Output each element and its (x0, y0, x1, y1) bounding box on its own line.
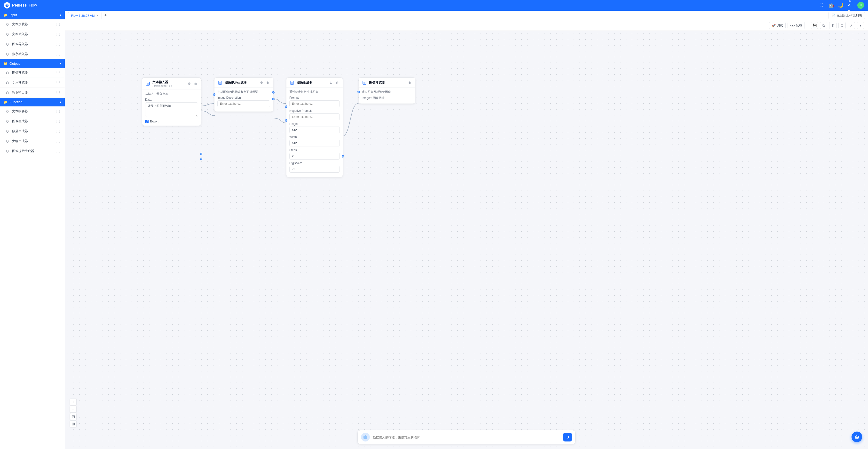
sidebar-section-output[interactable]: 📁 Output ▾ (0, 59, 65, 68)
node-delete-icon[interactable]: 🗑 (265, 80, 270, 85)
node-cube-icon (145, 81, 151, 86)
input-chevron-icon: ▾ (60, 13, 61, 17)
node-export-checkbox[interactable] (145, 120, 149, 123)
sidebar-item-text-viewer[interactable]: ⬡ 文本预览器 ⋮⋮ (0, 78, 65, 88)
node-actions: ⚙ 🗑 (329, 80, 340, 85)
chat-input-area (358, 430, 576, 444)
steps-input[interactable] (289, 153, 340, 159)
item-label: 数据输出器 (12, 90, 28, 95)
chat-icon[interactable]: 🤖 (828, 2, 834, 8)
zoom-in-button[interactable]: + (70, 398, 76, 406)
svg-rect-7 (291, 82, 293, 84)
prompt-input[interactable] (289, 100, 340, 107)
translate-icon[interactable]: 文A ▾ (848, 2, 854, 8)
sidebar-section-input[interactable]: 📁 Input ▾ (0, 11, 65, 20)
sidebar-item-image-gen[interactable]: ⬡ 图像生成器 ⋮⋮ (0, 116, 65, 126)
moon-icon[interactable]: 🌙 (838, 2, 844, 8)
node-delete-icon[interactable]: 🗑 (193, 81, 198, 86)
drag-icon: ⋮⋮ (55, 139, 61, 143)
drag-icon: ⋮⋮ (55, 91, 61, 94)
publish-button[interactable]: </> 发布 (787, 22, 805, 29)
sidebar-item-text-input[interactable]: ⬡ 文本输入器 ⋮⋮ (0, 29, 65, 39)
sidebar-item-number-input[interactable]: ⬡ 数字输入器 ⋮⋮ (0, 49, 65, 59)
debug-button[interactable]: 🚀 调试 (769, 22, 785, 29)
node-settings-icon[interactable]: ⚙ (329, 80, 334, 85)
drag-icon: ⋮⋮ (55, 81, 61, 85)
sidebar-item-outline-gen[interactable]: ⬡ 大纲生成器 ⋮⋮ (0, 136, 65, 146)
item-label: 文本摘要器 (12, 109, 28, 114)
width-label: Width: (289, 135, 340, 139)
svg-rect-11 (365, 437, 365, 437)
node-desc: 通过稳定扩散生成图像 (289, 90, 340, 94)
input-port (213, 93, 215, 96)
node-settings-icon[interactable]: ⚙ (187, 81, 192, 86)
share-icon-button[interactable]: ↗ (848, 22, 855, 29)
item-label: 大纲生成器 (12, 139, 28, 143)
node-actions: ⚙ 🗑 (187, 81, 198, 86)
drag-icon: ⋮⋮ (55, 71, 61, 75)
width-input[interactable] (289, 140, 340, 146)
toolbar: 🚀 调试 </> 发布 💾 ⧉ 🗑 ⏱ ↗ ▾ (65, 20, 868, 31)
input-port-1 (285, 106, 287, 108)
cube-icon: ⬡ (5, 139, 10, 144)
tab-close-icon[interactable]: ✕ (96, 14, 99, 17)
cfgscale-input[interactable] (289, 166, 340, 173)
node-image-desc-input[interactable] (217, 100, 270, 107)
node-field-label: Data: (145, 98, 198, 101)
sidebar-item-data-output[interactable]: ⬡ 数据输出器 ⋮⋮ (0, 88, 65, 98)
save-icon-button[interactable]: 💾 (811, 22, 818, 29)
svg-rect-5 (219, 82, 221, 84)
prompt-label: Prompt: (289, 96, 340, 99)
node-cube-icon (217, 80, 223, 85)
sidebar-item-image-viewer[interactable]: ⬡ 图像预览器 ⋮⋮ (0, 68, 65, 78)
tab-label: Flow-6:38:27 AM (71, 14, 95, 18)
svg-rect-9 (364, 82, 365, 84)
node-delete-icon[interactable]: 🗑 (335, 80, 340, 85)
output-section-label: Output (9, 62, 20, 65)
item-label: 图像提示生成器 (12, 149, 34, 153)
node-image-prompt-gen: 图像提示生成器 ⚙ 🗑 生成图像的提示词和负面提示词 Image Descrip… (214, 77, 273, 112)
sidebar-item-text-summary[interactable]: ⬡ 文本摘要器 ⋮⋮ (0, 107, 65, 116)
sidebar-item-image-import[interactable]: ⬡ 图像导入器 ⋮⋮ (0, 39, 65, 49)
output-port-1 (272, 91, 275, 94)
node-subtitle: ( textInputter_1 ) (152, 84, 172, 87)
cube-icon: ⬡ (5, 90, 10, 95)
node-field-label: Image Description: (217, 96, 270, 99)
publish-label: 发布 (796, 23, 802, 28)
avatar[interactable]: U (857, 2, 864, 9)
back-to-list-button[interactable]: 📄 返回到工作流列表 (828, 12, 865, 19)
node-settings-icon[interactable]: ⚙ (259, 80, 264, 85)
tab-flow[interactable]: Flow-6:38:27 AM ✕ (68, 12, 102, 19)
node-desc: 从输入中获取文本 (145, 92, 198, 96)
height-input[interactable] (289, 126, 340, 133)
chat-send-button[interactable] (563, 433, 572, 442)
item-label: 文本输入器 (12, 32, 28, 36)
node-header-img-prompt: 图像提示生成器 ⚙ 🗑 (214, 78, 273, 88)
sidebar-item-paragraph-gen[interactable]: ⬡ 段落生成器 ⋮⋮ (0, 126, 65, 136)
neg-prompt-input[interactable] (289, 114, 340, 120)
fit-view-button[interactable]: ⊡ (70, 413, 76, 420)
node-body-image-viewer: 通过图像网址预览图像 Images: 图像网址 (359, 88, 415, 103)
fullscreen-button[interactable]: ⊞ (70, 420, 76, 427)
more-icon-button[interactable]: ▾ (857, 22, 864, 29)
delete-icon-button[interactable]: 🗑 (829, 22, 837, 29)
history-icon-button[interactable]: ⏱ (838, 22, 846, 29)
node-delete-icon[interactable]: 🗑 (407, 80, 412, 85)
node-actions: 🗑 (407, 80, 412, 85)
neg-prompt-label: Negative Prompt: (289, 109, 340, 113)
add-tab-button[interactable]: + (103, 12, 108, 19)
sidebar-item-text-loader[interactable]: ⬡ 文本加载器 ⋮⋮ (0, 20, 65, 29)
node-title: 图像提示生成器 (225, 81, 247, 85)
sidebar-item-image-prompt-gen[interactable]: ⬡ 图像提示生成器 ⋮⋮ (0, 146, 65, 156)
fab-button[interactable] (851, 431, 862, 442)
output-port-2 (200, 157, 202, 160)
node-data-textarea[interactable]: 蓝天下的美丽沙滩 (145, 102, 198, 117)
grid-icon[interactable]: ⠿ (818, 2, 825, 8)
chat-input-field[interactable] (373, 436, 560, 439)
app-name: Penless (12, 3, 27, 7)
sidebar-section-function[interactable]: 📁 Function ▾ (0, 98, 65, 107)
canvas[interactable]: 文本输入器 ( textInputter_1 ) ⚙ 🗑 从输入中获取文本 Da… (65, 31, 868, 449)
zoom-out-button[interactable]: − (70, 406, 76, 413)
copy-icon-button[interactable]: ⧉ (820, 22, 827, 29)
debug-icon: 🚀 (772, 24, 776, 27)
